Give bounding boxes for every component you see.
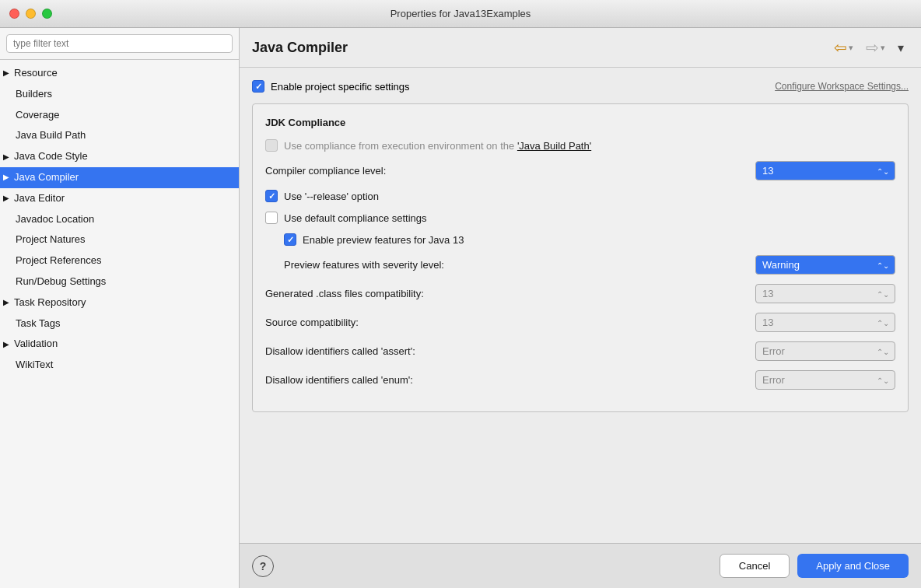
jdk-compliance-title: JDK Compliance (265, 117, 895, 128)
source-compat-label: Source compatibility: (265, 317, 755, 328)
sidebar-item-label: Java Code Style (14, 149, 88, 165)
window-title: Properties for Java13Examples (390, 8, 531, 19)
sidebar-item-java-compiler[interactable]: Java Compiler (0, 167, 239, 188)
filter-input[interactable] (6, 34, 233, 53)
use-compliance-label: Use compliance from execution environmen… (284, 140, 591, 152)
source-compat-select[interactable]: 13 (755, 313, 895, 332)
use-default-compliance-row: Use default compliance settings (265, 212, 895, 224)
disallow-assert-row: Disallow identifiers called 'assert': Er… (265, 341, 895, 361)
enable-settings-row: Enable project specific settings Configu… (252, 80, 909, 93)
enable-project-settings-label: Enable project specific settings (271, 81, 409, 93)
generated-files-row: Generated .class files compatibility: 13 (265, 284, 895, 303)
disallow-assert-select-wrap: Error (755, 341, 895, 361)
sidebar-item-label: Java Compiler (14, 170, 79, 186)
main-content: Resource Builders Coverage Java Build Pa… (0, 28, 921, 588)
use-compliance-row: Use compliance from execution environmen… (265, 139, 895, 152)
window-controls (9, 9, 52, 19)
enable-settings-left: Enable project specific settings (252, 80, 409, 93)
use-default-compliance-checkbox[interactable] (265, 212, 278, 224)
sidebar-item-task-tags[interactable]: Task Tags (0, 313, 239, 334)
sidebar-item-run-debug-settings[interactable]: Run/Debug Settings (0, 271, 239, 292)
sidebar-item-coverage[interactable]: Coverage (0, 105, 239, 126)
arrow-icon (3, 151, 9, 163)
generated-files-label: Generated .class files compatibility: (265, 288, 755, 299)
sidebar-list: Resource Builders Coverage Java Build Pa… (0, 60, 239, 588)
arrow-icon (3, 171, 9, 184)
compiler-compliance-row: Compiler compliance level: 13 (265, 161, 895, 180)
sidebar-item-label: Run/Debug Settings (16, 274, 106, 290)
arrow-icon (3, 192, 9, 205)
sidebar-item-builders[interactable]: Builders (0, 84, 239, 105)
sidebar-item-label: WikiText (16, 357, 53, 373)
sidebar-item-label: Resource (14, 65, 58, 82)
sidebar-item-label: Coverage (16, 107, 59, 124)
java-build-path-link[interactable]: 'Java Build Path' (517, 140, 591, 152)
sidebar-item-project-natures[interactable]: Project Natures (0, 229, 239, 250)
sidebar-item-javadoc-location[interactable]: Javadoc Location (0, 209, 239, 230)
sidebar-item-validation[interactable]: Validation (0, 334, 239, 355)
disallow-enum-row: Disallow identifiers called 'enum': Erro… (265, 370, 895, 390)
panel-header: Java Compiler ⇦ ▾ ⇨ ▾ ▾ (240, 28, 921, 68)
maximize-button[interactable] (42, 9, 52, 19)
compiler-compliance-label: Compiler compliance level: (265, 165, 755, 177)
sidebar-item-resource[interactable]: Resource (0, 63, 239, 84)
preview-severity-row: Preview features with severity level: Wa… (265, 255, 895, 275)
disallow-assert-label: Disallow identifiers called 'assert': (265, 345, 755, 357)
generated-files-select[interactable]: 13 (755, 284, 895, 303)
sidebar-item-java-build-path[interactable]: Java Build Path (0, 125, 239, 146)
use-release-row: Use '--release' option (265, 190, 895, 202)
apply-close-button[interactable]: Apply and Close (797, 554, 909, 578)
back-dropdown-icon: ▾ (849, 43, 853, 53)
sidebar-item-task-repository[interactable]: Task Repository (0, 292, 239, 313)
enable-preview-checkbox[interactable] (284, 233, 296, 246)
use-compliance-checkbox[interactable] (265, 139, 278, 152)
back-button[interactable]: ⇦ ▾ (829, 36, 858, 59)
sidebar-item-wikitext[interactable]: WikiText (0, 355, 239, 376)
arrow-icon (3, 296, 9, 309)
configure-workspace-link[interactable]: Configure Workspace Settings... (775, 81, 909, 92)
sidebar-item-java-code-style[interactable]: Java Code Style (0, 146, 239, 167)
sidebar-item-label: Javadoc Location (16, 212, 94, 228)
cancel-button[interactable]: Cancel (720, 554, 790, 578)
forward-button[interactable]: ⇨ ▾ (861, 36, 890, 59)
use-release-label: Use '--release' option (284, 191, 379, 202)
preview-severity-label: Preview features with severity level: (265, 259, 755, 271)
preview-severity-select-wrap: Warning Error Info Ignore (755, 255, 895, 275)
sidebar-item-java-editor[interactable]: Java Editor (0, 188, 239, 209)
sidebar-item-label: Builders (16, 86, 52, 103)
sidebar-item-label: Validation (14, 336, 58, 352)
menu-icon: ▾ (898, 40, 904, 55)
jdk-compliance-box: JDK Compliance Use compliance from execu… (252, 103, 909, 412)
disallow-enum-label: Disallow identifiers called 'enum': (265, 374, 755, 386)
close-button[interactable] (9, 9, 19, 19)
disallow-assert-select[interactable]: Error (755, 341, 895, 361)
menu-button[interactable]: ▾ (893, 38, 909, 58)
enable-preview-row: Enable preview features for Java 13 (265, 233, 895, 246)
use-default-compliance-label: Use default compliance settings (284, 212, 427, 224)
enable-project-settings-checkbox[interactable] (252, 80, 264, 93)
filter-wrap (0, 28, 239, 60)
bottom-bar: ? Cancel Apply and Close (240, 543, 921, 588)
compiler-compliance-select[interactable]: 13 (755, 161, 895, 180)
compiler-compliance-select-wrap: 13 (755, 161, 895, 180)
forward-arrow-icon: ⇨ (866, 38, 879, 57)
source-compat-select-wrap: 13 (755, 313, 895, 332)
sidebar-item-project-references[interactable]: Project References (0, 250, 239, 271)
back-arrow-icon: ⇦ (834, 38, 847, 57)
generated-files-select-wrap: 13 (755, 284, 895, 303)
sidebar-item-label: Java Editor (14, 191, 65, 207)
arrow-icon (3, 67, 9, 79)
source-compat-row: Source compatibility: 13 (265, 313, 895, 332)
disallow-enum-select[interactable]: Error (755, 370, 895, 390)
help-button[interactable]: ? (252, 555, 274, 577)
action-buttons: Cancel Apply and Close (720, 554, 909, 578)
sidebar-item-label: Task Repository (14, 295, 86, 311)
title-bar: Properties for Java13Examples (0, 0, 921, 28)
sidebar-item-label: Project Natures (16, 232, 86, 248)
panel-nav-buttons: ⇦ ▾ ⇨ ▾ ▾ (829, 36, 909, 59)
preview-severity-select[interactable]: Warning Error Info Ignore (755, 255, 895, 275)
minimize-button[interactable] (26, 9, 36, 19)
sidebar: Resource Builders Coverage Java Build Pa… (0, 28, 240, 588)
use-release-checkbox[interactable] (265, 190, 278, 202)
forward-dropdown-icon: ▾ (881, 43, 885, 53)
